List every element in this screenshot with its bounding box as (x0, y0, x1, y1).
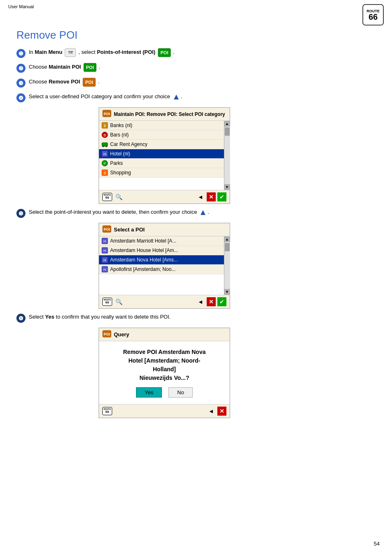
query-line1: Remove POI Amsterdam Nova (123, 348, 206, 356)
btn-left-1[interactable]: ◄ (196, 192, 205, 201)
step-6-before: Select (29, 314, 45, 320)
svg-point-19 (102, 146, 104, 147)
scroll-down-1[interactable]: ▼ (224, 184, 230, 190)
svg-text:S: S (104, 171, 106, 175)
screen-2-route66: ROUTE 66 (102, 298, 112, 306)
step-2-text: Choose Maintain POI POI . (29, 63, 376, 72)
list-item-house-label: Amsterdam House Hotel [Am... (110, 247, 178, 253)
scrollbar-1[interactable]: ▲ ▼ (224, 121, 230, 190)
screen-2-title: Select a POI (114, 227, 145, 233)
query-message: Remove POI Amsterdam Nova Hotel [Amsterd… (123, 348, 206, 382)
scroll-thumb-1 (225, 127, 230, 136)
svg-text:POI: POI (104, 227, 110, 231)
btn-left-2[interactable]: ◄ (196, 297, 205, 306)
list-item-shopping[interactable]: S Shopping (99, 168, 224, 178)
list-item-nova[interactable]: H Amsterdam Nova Hotel [Ams... (99, 255, 224, 265)
btn-no[interactable]: No (168, 387, 193, 398)
list-item-bars-label: Bars (nl) (110, 132, 129, 138)
step-3-bold1: Remove POI (48, 79, 80, 85)
step-3-circle: ❸ (16, 79, 25, 88)
btn-cancel-3[interactable]: ✕ (217, 407, 226, 416)
svg-marker-27 (201, 210, 205, 215)
btn-cancel-1[interactable]: ✕ (207, 192, 216, 201)
scroll-up-2[interactable]: ▲ (224, 236, 230, 242)
scrollbar-2[interactable]: ▲ ▼ (224, 236, 230, 295)
step-5-circle: ❺ (16, 209, 25, 218)
screen-1-list: $ Banks (nl) B Bars (nl) (99, 121, 224, 190)
empty-space-2 (99, 274, 224, 295)
btn-confirm-1[interactable]: ✔ (217, 192, 226, 201)
screen-2-titlebar: POI Select a POI (99, 223, 230, 236)
query-buttons: Yes No (136, 387, 193, 398)
step-3-poi-icon: POI (82, 79, 98, 85)
list-item-hotel[interactable]: H Hotel (nl) (99, 149, 224, 159)
list-item-shopping-label: Shopping (110, 170, 131, 176)
route66-logo: ROUTE 66 (362, 4, 384, 25)
list-item-marriott[interactable]: H Amsterdam Marriott Hotel [A... (99, 236, 224, 246)
screen-2-list-container: H Amsterdam Marriott Hotel [A... H Amste… (99, 236, 230, 295)
screen-2-title-icon: POI (102, 225, 111, 234)
list-item-house[interactable]: H Amsterdam House Hotel [Am... (99, 246, 224, 255)
list-item-bars[interactable]: B Bars (nl) (99, 130, 224, 140)
screen-3-bottom-left: ROUTE 66 (102, 407, 112, 415)
search-icon-2[interactable]: 🔍 (115, 298, 123, 306)
step-5-desc: Select the point-of-interest you want to… (29, 209, 197, 215)
screen-3-title: Query (114, 331, 129, 338)
step-1: ❶ In Main Menu 🗺 , select Points-of-inte… (16, 48, 376, 58)
scroll-down-2[interactable]: ▼ (224, 289, 230, 295)
step-5-text: Select the point-of-interest you want to… (29, 208, 376, 216)
screen-3-bottom-right: ◄ ✕ (207, 407, 226, 416)
screen-2: POI Select a POI H Amsterdam Marriott Ho… (99, 223, 230, 309)
step-3: ❸ Choose Remove POI POI . (16, 78, 376, 88)
scroll-up-1[interactable]: ▲ (224, 121, 230, 127)
scroll-thumb-2 (225, 243, 230, 251)
screen-1-title: Maintain POI: Remove POI: Select POI cat… (114, 111, 225, 117)
btn-confirm-2[interactable]: ✔ (217, 297, 226, 306)
svg-point-20 (106, 146, 107, 147)
list-item-car[interactable]: Car Rent Agency (99, 140, 224, 149)
screen-3-titlebar: POI Query (99, 328, 230, 341)
step-6-text: Select Yes to confirm that you really wa… (29, 313, 376, 321)
btn-cancel-2[interactable]: ✕ (207, 297, 216, 306)
svg-text:🗺: 🗺 (68, 50, 73, 55)
list-item-banks-label: Banks (nl) (110, 123, 132, 128)
step-4-circle: ❹ (16, 93, 25, 102)
screen-1-bottom-left: ROUTE 66 🔍 (102, 193, 123, 201)
screen-1: POI Maintain POI: Remove POI: Select POI… (99, 107, 230, 204)
screen-1-list-container: $ Banks (nl) B Bars (nl) (99, 121, 230, 190)
step-1-bold2: Points-of-interest (POI) (97, 49, 155, 55)
step-1-bold1: Main Menu (35, 49, 62, 55)
step-4-text: Select a user-defined POI category and c… (29, 92, 376, 101)
screen-3-bottombar: ROUTE 66 ◄ ✕ (99, 404, 230, 418)
empty-space-1 (99, 178, 224, 190)
svg-text:POI: POI (104, 332, 110, 336)
user-manual-label: User Manual (8, 4, 34, 9)
svg-text:$: $ (104, 124, 106, 128)
query-line3: Holland] (123, 365, 206, 374)
btn-yes[interactable]: Yes (136, 387, 162, 398)
svg-text:H: H (104, 239, 106, 243)
step-1-icon: 🗺 (64, 49, 78, 55)
screen-3-body: Remove POI Amsterdam Nova Hotel [Amsterd… (99, 341, 230, 404)
search-icon-1[interactable]: 🔍 (115, 193, 123, 201)
list-item-hotel-label: Hotel (nl) (110, 151, 130, 157)
step-4-desc: Select a user-defined POI category and c… (29, 93, 170, 99)
step-1-text: In Main Menu 🗺 , select Points-of-intere… (29, 48, 376, 57)
svg-marker-11 (174, 95, 179, 99)
list-item-parks-label: Parks (110, 160, 123, 166)
step-2-circle: ❷ (16, 64, 25, 73)
step-2: ❷ Choose Maintain POI POI . (16, 63, 376, 73)
list-item-apollo[interactable]: H Apollofirst [Amsterdam; Noo... (99, 265, 224, 274)
btn-left-3[interactable]: ◄ (207, 407, 216, 416)
scroll-track-2 (224, 242, 230, 289)
screen-3-title-icon: POI (102, 330, 111, 339)
svg-text:POI: POI (86, 65, 94, 70)
page-header: User Manual ROUTE 66 (0, 0, 392, 25)
svg-text:B: B (104, 133, 106, 137)
list-item-banks[interactable]: $ Banks (nl) (99, 121, 224, 130)
screen-1-bottombar: ROUTE 66 🔍 ◄ ✕ ✔ (99, 190, 230, 204)
screen-2-bottom-left: ROUTE 66 🔍 (102, 298, 123, 306)
step-6: ❻ Select Yes to confirm that you really … (16, 313, 376, 323)
svg-text:H: H (104, 258, 106, 262)
list-item-parks[interactable]: P Parks (99, 159, 224, 168)
